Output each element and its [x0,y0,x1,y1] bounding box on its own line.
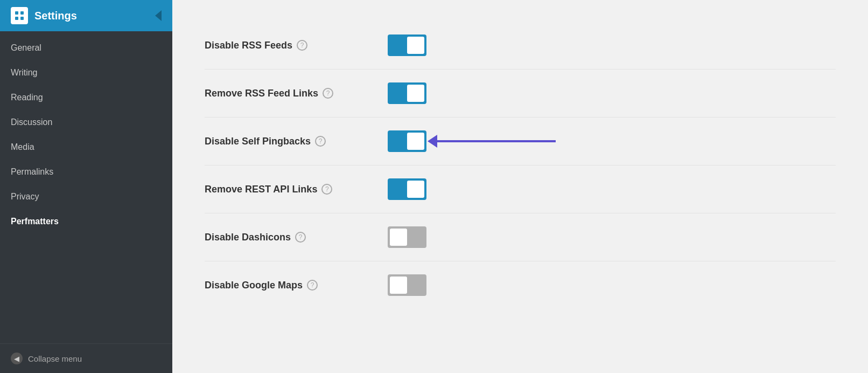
toggle-knob-remove-rest-api-links [407,181,424,198]
sidebar: Settings GeneralWritingReadingDiscussion… [0,0,172,373]
svg-rect-2 [15,17,18,20]
sidebar-item-privacy[interactable]: Privacy [0,184,172,209]
sidebar-item-reading[interactable]: Reading [0,85,172,110]
settings-label-text-disable-google-maps: Disable Google Maps [205,280,303,291]
help-icon-disable-dashicons[interactable]: ? [295,232,306,243]
arrow-head-disable-self-pingbacks [428,135,437,148]
wordpress-icon [11,7,28,24]
svg-rect-0 [15,11,18,15]
toggle-knob-disable-dashicons [390,229,407,246]
settings-row-remove-rest-api-links: Remove REST API Links? [205,165,836,213]
sidebar-nav: GeneralWritingReadingDiscussionMediaPerm… [0,31,172,343]
arrow-line-disable-self-pingbacks [437,140,556,142]
settings-label-text-remove-rss-feed-links: Remove RSS Feed Links [205,88,318,99]
toggle-knob-disable-self-pingbacks [407,133,424,150]
sidebar-title: Settings [34,10,77,22]
settings-row-remove-rss-feed-links: Remove RSS Feed Links? [205,70,836,118]
help-icon-disable-self-pingbacks[interactable]: ? [315,136,326,147]
help-icon-disable-google-maps[interactable]: ? [307,280,318,291]
sidebar-item-general[interactable]: General [0,36,172,60]
toggle-remove-rest-api-links[interactable] [388,178,426,200]
settings-label-disable-dashicons: Disable Dashicons? [205,232,388,243]
settings-row-disable-google-maps: Disable Google Maps? [205,261,836,309]
settings-row-disable-rss-feeds: Disable RSS Feeds? [205,22,836,70]
settings-label-disable-google-maps: Disable Google Maps? [205,280,388,291]
help-icon-disable-rss-feeds[interactable]: ? [297,40,307,51]
toggle-disable-self-pingbacks[interactable] [388,130,426,152]
collapse-icon: ◀ [11,353,23,364]
help-icon-remove-rss-feed-links[interactable]: ? [323,88,333,99]
sidebar-item-permalinks[interactable]: Permalinks [0,160,172,184]
toggle-knob-remove-rss-feed-links [407,85,424,102]
settings-label-text-remove-rest-api-links: Remove REST API Links [205,184,317,195]
sidebar-collapse-arrow-header [155,10,162,21]
arrow-annotation-disable-self-pingbacks [437,140,556,142]
settings-label-text-disable-rss-feeds: Disable RSS Feeds [205,40,292,51]
sidebar-item-perfmatters[interactable]: Perfmatters [0,209,172,234]
settings-row-disable-dashicons: Disable Dashicons? [205,213,836,261]
toggle-disable-google-maps[interactable] [388,274,426,296]
toggle-remove-rss-feed-links[interactable] [388,82,426,104]
collapse-menu-button[interactable]: ◀ Collapse menu [0,343,172,373]
sidebar-item-discussion[interactable]: Discussion [0,110,172,135]
settings-row-disable-self-pingbacks: Disable Self Pingbacks? [205,118,836,165]
svg-rect-3 [20,17,24,20]
sidebar-item-writing[interactable]: Writing [0,60,172,85]
help-icon-remove-rest-api-links[interactable]: ? [321,184,332,195]
sidebar-header: Settings [0,0,172,31]
settings-label-text-disable-dashicons: Disable Dashicons [205,232,291,243]
svg-rect-1 [20,11,24,15]
toggle-knob-disable-rss-feeds [407,37,424,54]
settings-label-disable-rss-feeds: Disable RSS Feeds? [205,40,388,51]
toggle-knob-disable-google-maps [390,277,407,294]
settings-label-disable-self-pingbacks: Disable Self Pingbacks? [205,136,388,147]
sidebar-item-media[interactable]: Media [0,135,172,160]
svg-rect-5 [15,15,24,17]
toggle-disable-dashicons[interactable] [388,226,426,248]
main-content: Disable RSS Feeds?Remove RSS Feed Links?… [172,0,868,373]
settings-label-remove-rss-feed-links: Remove RSS Feed Links? [205,88,388,99]
settings-label-text-disable-self-pingbacks: Disable Self Pingbacks [205,136,311,147]
toggle-disable-rss-feeds[interactable] [388,34,426,56]
settings-label-remove-rest-api-links: Remove REST API Links? [205,184,388,195]
collapse-menu-label: Collapse menu [28,354,82,363]
